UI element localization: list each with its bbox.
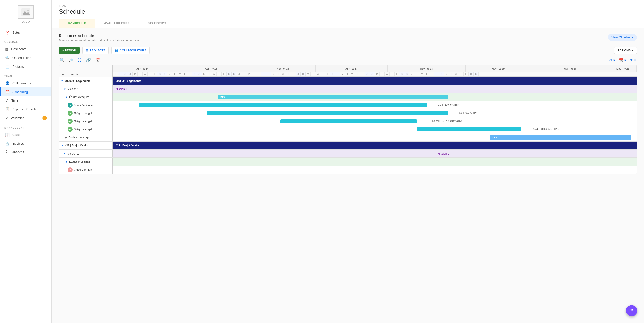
gregoire-1-label[interactable]: GA Grégoire Angel [59, 109, 113, 117]
project-999999-bar-label: 999999 | Logements [116, 79, 141, 82]
sidebar-item-validation[interactable]: ✔ Validation 5 [0, 113, 52, 122]
sidebar-item-dashboard[interactable]: ▦ Dashboard [0, 45, 52, 53]
zoom-in-icon[interactable]: 🔎 [69, 58, 73, 62]
projects-button[interactable]: ⊞ PROJECTS [82, 47, 109, 54]
add-period-button[interactable]: + PERIOD [59, 47, 80, 54]
week-may-18: May - W 18 [388, 65, 466, 71]
anais-bar-area: 6.0 d (100.0 %/day) [113, 101, 636, 109]
day-cell: T [138, 72, 142, 76]
day-cell: T [276, 72, 281, 76]
day-cell: T [242, 72, 246, 76]
day-cell: M [340, 72, 345, 76]
chloe-label[interactable]: CB Chloé Bor - Ma [59, 166, 113, 174]
sidebar-item-finances[interactable]: 🏛 Finances [0, 148, 52, 156]
mission-osaka-bar: Mission 1 [113, 150, 636, 157]
day-cell: S [400, 72, 404, 76]
phase-aps-label[interactable]: ▶ Études d'avant-p [59, 133, 113, 141]
day-cell: T [286, 72, 291, 76]
scheduling-icon: 📅 [5, 90, 10, 94]
week-may-19: May - W 19 [466, 65, 531, 71]
day-cell: W [212, 72, 217, 76]
anais-label[interactable]: AA Anaïs Andignac [59, 101, 113, 109]
calendar-icon[interactable]: 📅 [96, 58, 100, 63]
collapse-arrow-icon[interactable]: ▼ [61, 79, 64, 82]
project-432-label[interactable]: ▼ 432 | Projet Osaka [59, 142, 113, 149]
phase-esq-label[interactable]: ▼ Études d'esquiss [59, 93, 113, 101]
day-cell: W [246, 72, 251, 76]
gantt-header-row: ▶ Expand All Apr - W 14 Apr - W 15 Apr -… [59, 65, 636, 77]
settings-icon[interactable]: ⚙ ▾ [609, 58, 615, 62]
mission-osaka-label[interactable]: ▼ Mission 1 [59, 150, 113, 157]
day-cell: S [123, 72, 128, 76]
section-label-management: MANAGEMENT [0, 122, 52, 130]
sidebar-label-expense-reports: Expense Reports [12, 107, 36, 111]
day-cell: F [394, 72, 400, 76]
help-button[interactable]: ? [626, 305, 637, 316]
anais-bar-label: 6.0 d (100.0 %/day) [438, 103, 459, 106]
aps-bar: APS [490, 135, 632, 140]
gantt-row-mission-1: ▼ Mission 1 Mission 1 [59, 85, 636, 93]
sidebar-item-time[interactable]: ⏱ Time [0, 96, 52, 105]
expand-arrow-icon[interactable]: ▶ [65, 136, 67, 139]
expand-all-button[interactable]: ▶ Expand All [62, 72, 79, 76]
sidebar-item-expense-reports[interactable]: 📋 Expense Reports [0, 105, 52, 113]
day-cell: S [301, 72, 306, 76]
zoom-out-icon[interactable]: 🔍 [60, 58, 65, 63]
day-cell: S [226, 72, 232, 76]
sidebar-label-dashboard: Dashboard [11, 47, 27, 51]
gregoire-2-label[interactable]: GA Grégoire Angel [59, 117, 113, 125]
svg-point-2 [28, 10, 29, 11]
fit-icon[interactable]: ⛶ [78, 58, 82, 63]
tab-statistics[interactable]: STATISTICS [138, 19, 175, 28]
day-cell: M [236, 72, 242, 76]
day-cell: M [271, 72, 276, 76]
tab-schedule[interactable]: SCHEDULE [59, 19, 95, 28]
logo-image [18, 5, 34, 19]
sidebar-label-time: Time [12, 99, 18, 102]
sidebar-item-setup[interactable]: ❓ Setup [0, 28, 52, 37]
sidebar-item-collaborators[interactable]: 👤 Collaborators [0, 79, 52, 87]
day-cell: T [380, 72, 385, 76]
sidebar-item-projects[interactable]: 📄 Projects [0, 62, 52, 71]
project-999999-label[interactable]: ▼ 999999 | Logements [59, 77, 113, 85]
day-cell: S [474, 72, 478, 76]
logo-text: LOGO [21, 20, 30, 23]
collapse-arrow-icon[interactable]: ▼ [64, 152, 66, 155]
actions-btn-label: ACTIONS [618, 49, 631, 52]
gantt-row-gregoire-3: GA Grégoire Angel Rendu - 3.0 d (50.0 %/… [59, 125, 636, 133]
collaborators-button[interactable]: 👥 COLLABORATORS [112, 47, 150, 54]
sidebar-item-scheduling[interactable]: 📅 Scheduling [0, 87, 52, 96]
collapse-arrow-icon[interactable]: ▼ [64, 88, 66, 90]
sidebar-item-opportunities[interactable]: 🔍 Opportunities [0, 53, 52, 62]
sidebar-label-costs: Costs [12, 133, 20, 137]
phase-prel-label[interactable]: ▼ Études préliminai [59, 158, 113, 166]
collapse-arrow-icon[interactable]: ▼ [61, 144, 64, 147]
day-cell: T [310, 72, 316, 76]
day-cell: S [232, 72, 236, 76]
filter-icon[interactable]: ▼ ▾ [630, 58, 636, 62]
expand-arrow-icon: ▶ [62, 72, 64, 76]
sidebar-label-invoices: Invoices [12, 142, 24, 145]
day-cell: T [355, 72, 360, 76]
action-bar: + PERIOD ⊞ PROJECTS 👥 COLLABORATORS ACTI… [59, 47, 637, 54]
link-icon[interactable]: 🔗 [86, 58, 91, 63]
gregoire-1-bar [207, 111, 448, 115]
team-label: TEAM [59, 4, 637, 7]
chloe-text: Chloé Bor - Ma [74, 168, 92, 171]
sidebar-item-costs[interactable]: 📈 Costs [0, 130, 52, 139]
icon-toolbar: 🔍 🔎 ⛶ 🔗 📅 ⚙ ▾ 📆 ▾ ▼ ▾ [59, 58, 637, 63]
day-cell: F [464, 72, 469, 76]
calendar-view-icon[interactable]: 📆 ▾ [619, 58, 626, 62]
collapse-arrow-icon[interactable]: ▼ [65, 160, 68, 163]
tab-availabilities[interactable]: AVAILABILITIES [95, 19, 139, 28]
gregoire-3-label[interactable]: GA Grégoire Angel [59, 125, 113, 133]
day-cell: F [222, 72, 226, 76]
day-cell: T [459, 72, 464, 76]
collapse-arrow-icon[interactable]: ▼ [65, 96, 68, 98]
mission-1-label[interactable]: ▼ Mission 1 [59, 85, 113, 93]
view-timeline-button[interactable]: View: Timeline ▾ [608, 34, 637, 41]
sidebar-item-invoices[interactable]: 🧾 Invoices [0, 139, 52, 148]
mission-osaka-text: Mission 1 [67, 152, 79, 155]
expand-all-label: Expand All [65, 72, 79, 76]
actions-button[interactable]: ACTIONS ▾ [614, 47, 637, 54]
